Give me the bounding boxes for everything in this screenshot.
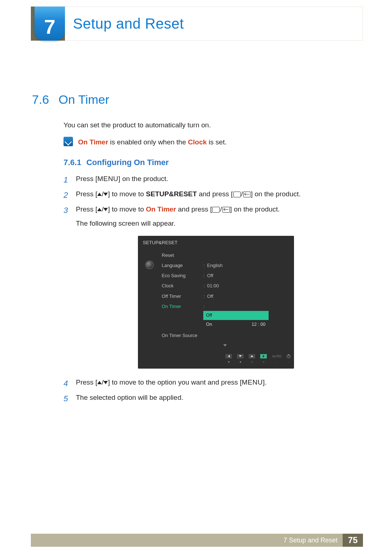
osd-label: On Timer Source <box>162 332 204 340</box>
osd-row-language: Language : English <box>160 260 290 271</box>
osd-screenshot: SETUP&RESET Reset Language <box>138 236 294 369</box>
subsection-title: Configuring On Timer <box>86 158 169 167</box>
step-2-c: and press [ <box>197 190 233 198</box>
osd-row-ontimer: On Timer : <box>160 301 290 312</box>
osd-label: Reset <box>162 251 204 259</box>
enter-icon <box>243 192 250 197</box>
osd-popup-off-label: Off <box>206 312 212 319</box>
step-4-c: ]. <box>263 378 267 386</box>
up-arrow-icon <box>97 208 102 211</box>
down-arrow-icon <box>103 193 108 196</box>
step-2-target: SETUP&RESET <box>146 190 197 198</box>
step-3-d: ] on the product. <box>230 205 280 213</box>
osd-label: Eco Saving <box>162 272 204 280</box>
step-3-c: and press [ <box>176 205 212 213</box>
osd-nav-up: + <box>249 354 255 365</box>
osd-sep: : <box>204 272 207 280</box>
chapter-title: Setup and Reset <box>73 16 184 32</box>
intro-paragraph: You can set the product to automatically… <box>64 120 356 130</box>
step-3-target: On Timer <box>146 205 176 213</box>
osd-sep: : <box>204 282 207 290</box>
step-2-d: ] on the product. <box>251 190 301 198</box>
footer-page-number: 75 <box>343 534 363 547</box>
chapter-number: 7 <box>44 15 55 38</box>
osd-title: SETUP&RESET <box>138 236 294 249</box>
note-post: is set. <box>207 138 227 146</box>
osd-row-source: On Timer Source <box>160 331 290 341</box>
subsection-heading: 7.6.1Configuring On Timer <box>64 158 356 167</box>
section-number: 7.6 <box>32 93 49 107</box>
osd-row-reset: Reset <box>160 250 290 260</box>
menu-button-label: MENU <box>97 175 118 182</box>
footer-band: 7 Setup and Reset 75 <box>31 534 363 547</box>
osd-row-offtimer: Off Timer : Off <box>160 291 290 301</box>
osd-popup-option-off: Off <box>203 311 269 320</box>
osd-row-clock: Clock : 01:00 <box>160 281 290 291</box>
section-heading: 7.6 On Timer <box>32 93 109 107</box>
osd-popup-on-label: On <box>206 321 212 328</box>
step-1-b: ] on the product. <box>118 175 168 182</box>
osd-nav-right: + <box>260 354 267 365</box>
osd-popup: Off On 12 : 00 <box>203 311 269 329</box>
osd-label: Clock <box>162 282 204 290</box>
steps-list: Press [MENU] on the product. Press [/] t… <box>64 173 356 404</box>
osd-footer: ▾ ▾ + + AUTO· · <box>138 352 294 366</box>
step-3: Press [/] to move to On Timer and press … <box>64 204 356 369</box>
up-arrow-icon <box>97 381 102 384</box>
step-5: The selected option will be applied. <box>64 392 356 403</box>
step-2: Press [/] to move to SETUP&RESET and pre… <box>64 188 356 200</box>
osd-auto: AUTO· <box>272 353 281 366</box>
step-4-b: ] to move to the option you want and pre… <box>108 378 242 386</box>
note-keyword-1: On Timer <box>78 138 108 146</box>
note-icon <box>64 137 73 146</box>
note-row: On Timer is enabled only when the Clock … <box>64 137 356 147</box>
osd-label: On Timer <box>162 303 204 311</box>
enter-icon <box>222 207 230 213</box>
select-icon <box>212 207 220 213</box>
step-2-b: ] to move to <box>108 190 146 198</box>
step-3-a: Press [ <box>76 205 97 213</box>
note-mid: is enabled only when the <box>108 138 188 146</box>
step-3-tail: The following screen will appear. <box>76 218 356 229</box>
osd-power: · <box>287 354 290 365</box>
down-arrow-icon <box>103 381 108 384</box>
up-arrow-icon <box>97 193 102 196</box>
osd-row-eco: Eco Saving : Off <box>160 271 290 281</box>
note-keyword-2: Clock <box>188 138 207 146</box>
select-icon <box>233 192 241 197</box>
footer-label: 7 Setup and Reset <box>278 534 343 547</box>
down-arrow-icon <box>103 208 108 211</box>
step-3-b: ] to move to <box>108 205 146 213</box>
step-4: Press [/] to move to the option you want… <box>64 377 356 388</box>
osd-sep: : <box>204 262 207 270</box>
step-1-a: Press [ <box>76 175 97 182</box>
step-4-a: Press [ <box>76 378 97 386</box>
osd-value: 01:00 <box>207 282 288 290</box>
section-title: On Timer <box>58 93 109 107</box>
osd-sep: : <box>204 292 207 300</box>
osd-nav-left: ▾ <box>225 354 232 365</box>
osd-popup-time: 12 : 00 <box>252 321 265 328</box>
osd-popup-option-on: On 12 : 00 <box>203 320 269 329</box>
osd-left-column <box>142 250 158 350</box>
note-text: On Timer is enabled only when the Clock … <box>78 137 226 147</box>
subsection-number: 7.6.1 <box>64 158 81 167</box>
osd-label: Language <box>162 262 204 270</box>
power-icon <box>287 354 290 358</box>
chevron-down-icon <box>223 344 227 346</box>
chapter-number-badge: 7 <box>34 7 65 41</box>
dial-icon <box>145 260 154 269</box>
osd-label: Off Timer <box>162 292 204 300</box>
osd-value: English <box>207 262 288 270</box>
step-2-a: Press [ <box>76 190 97 198</box>
osd-nav-down: ▾ <box>237 354 244 365</box>
step-1: Press [MENU] on the product. <box>64 173 356 185</box>
osd-value: Off <box>207 292 288 300</box>
osd-value: Off <box>207 272 288 280</box>
menu-button-label: MENU <box>242 378 263 386</box>
chapter-title-wrap: Setup and Reset <box>65 7 363 41</box>
osd-sep: : <box>204 303 207 311</box>
osd-more-indicator <box>160 341 290 349</box>
